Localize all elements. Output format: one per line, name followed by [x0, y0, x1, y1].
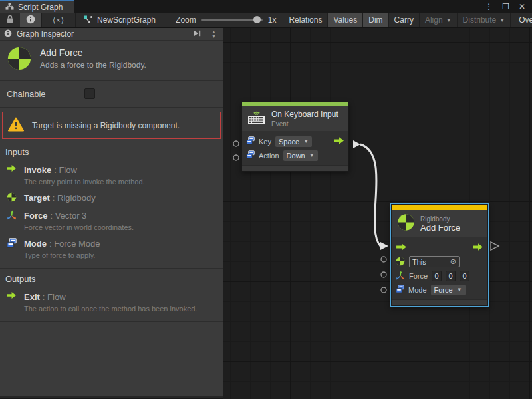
chevron-down-icon: ▼	[309, 152, 315, 158]
warning-text: Target is missing a Rigidbody component.	[32, 121, 180, 130]
carry-button[interactable]: Carry	[389, 13, 420, 27]
graph-name-chip[interactable]: NewScriptGraph	[76, 13, 164, 27]
variables-icon: ⟨×⟩	[53, 16, 65, 25]
enum-icon	[396, 285, 404, 295]
relations-button[interactable]: Relations	[283, 13, 328, 27]
dock-panel-icon[interactable]	[193, 29, 201, 39]
script-graph-asset-icon	[84, 15, 93, 25]
flow-input-port[interactable]	[396, 243, 407, 253]
mode-row: Mode Force ▼	[396, 283, 483, 297]
close-icon[interactable]: ✕	[519, 2, 525, 11]
object-picker-icon[interactable]: ⊙	[450, 257, 456, 266]
window-controls: ⋮ ❐ ✕	[485, 0, 532, 13]
inputs-heading: Inputs	[5, 147, 217, 157]
node-title: On Keyboard Input	[271, 110, 338, 119]
chainable-checkbox[interactable]	[84, 88, 95, 99]
lock-button[interactable]	[0, 13, 20, 27]
chainable-row: Chainable	[0, 81, 223, 108]
scroll-down-icon[interactable]: ▼	[209, 34, 219, 39]
node-subtitle: Event	[271, 120, 338, 128]
mode-label: Mode	[408, 286, 427, 294]
maximize-icon[interactable]: ❐	[502, 2, 509, 11]
panel-scroll-arrows: ▲ ▼	[209, 29, 219, 39]
dim-button[interactable]: Dim	[363, 13, 388, 27]
wire-end-cap	[380, 242, 388, 250]
force-z-field[interactable]: 0	[460, 271, 469, 281]
flow-output-port[interactable]	[333, 136, 344, 146]
force-row: Force 0 0 0	[396, 269, 483, 283]
tab-title: Script Graph	[18, 3, 63, 12]
warning-box: Target is missing a Rigidbody component.	[2, 112, 221, 139]
graph-toolbar: ⟨×⟩ NewScriptGraph Zoom 1x Relations Val…	[0, 13, 532, 28]
node-subtitle: Rigidbody	[420, 215, 460, 223]
overview-button[interactable]: Overview	[513, 13, 532, 27]
rigidbody-icon	[7, 46, 32, 74]
zoom-slider[interactable]	[201, 19, 263, 21]
tab-script-graph[interactable]: Script Graph	[0, 0, 74, 13]
zoom-value: 1x	[268, 15, 277, 25]
mode-input-port[interactable]	[381, 287, 386, 293]
info-icon	[26, 15, 35, 26]
unconnected-output-cap	[491, 242, 499, 250]
vector3-icon	[5, 209, 17, 231]
key-row: Key Space ▼	[246, 134, 344, 148]
chevron-down-icon: ▼	[457, 287, 462, 293]
wire-start-cap	[353, 140, 360, 148]
inputs-section: Inputs Invoke: Flow The entry point to i…	[0, 142, 223, 269]
flow-arrow-icon	[5, 291, 17, 313]
graph-canvas[interactable]: On Keyboard Input Event Key Space ▼	[223, 28, 532, 399]
action-row: Action Down ▼	[246, 148, 344, 162]
rigidbody-icon	[397, 213, 415, 234]
node-footer	[392, 299, 487, 305]
scroll-up-icon[interactable]: ▲	[209, 29, 219, 34]
node-add-force[interactable]: Rigidbody Add Force	[390, 203, 489, 307]
variables-button[interactable]: ⟨×⟩	[42, 13, 76, 27]
action-dropdown[interactable]: Down ▼	[283, 150, 318, 161]
script-graph-window: Script Graph ⋮ ❐ ✕ ⟨×⟩	[0, 0, 532, 399]
flow-connection-wire[interactable]	[360, 144, 380, 246]
key-dropdown[interactable]: Space ▼	[275, 136, 312, 147]
chevron-down-icon: ▼	[499, 17, 505, 23]
menu-icon[interactable]: ⋮	[485, 2, 493, 11]
zoom-control: Zoom 1x	[164, 13, 283, 27]
action-label: Action	[259, 152, 279, 160]
unit-title: Add Force	[40, 47, 146, 58]
key-input-port[interactable]	[233, 141, 239, 146]
zoom-label: Zoom	[176, 15, 196, 25]
force-y-field[interactable]: 0	[446, 271, 456, 281]
node-title: Add Force	[420, 223, 460, 233]
lock-icon	[6, 15, 14, 25]
force-label: Force	[409, 272, 428, 280]
action-input-port[interactable]	[233, 155, 239, 160]
flow-output-port[interactable]	[472, 243, 483, 253]
chainable-label: Chainable	[7, 89, 46, 99]
node-footer	[242, 165, 348, 171]
rigidbody-icon	[396, 257, 405, 267]
flow-arrow-icon	[5, 164, 17, 186]
mode-dropdown[interactable]: Force ▼	[431, 285, 466, 295]
values-button[interactable]: Values	[328, 13, 363, 27]
distribute-button[interactable]: Distribute ▼	[458, 13, 511, 27]
align-button[interactable]: Align ▼	[420, 13, 458, 27]
inspector-toggle-button[interactable]	[20, 13, 41, 27]
warning-icon	[8, 117, 24, 134]
inspector-header: Graph Inspector ▲ ▼	[0, 28, 223, 41]
input-row-invoke: Invoke: Flow The entry point to invoke t…	[5, 164, 217, 186]
node-on-keyboard-input[interactable]: On Keyboard Input Event Key Space ▼	[241, 102, 349, 172]
output-row-exit: Exit: Flow The action to call once the m…	[5, 291, 217, 313]
force-x-field[interactable]: 0	[432, 271, 442, 281]
vector3-icon	[396, 271, 405, 281]
keyboard-icon	[247, 109, 266, 128]
inspector-title: Graph Inspector	[17, 29, 74, 39]
graph-inspector-panel: Graph Inspector ▲ ▼ Add Force Adds a for…	[0, 28, 223, 398]
target-object-field[interactable]: This ⊙	[409, 256, 460, 267]
input-row-force: Force: Vector 3 Force vector in world co…	[5, 209, 217, 231]
outputs-heading: Outputs	[5, 274, 217, 284]
input-row-mode: Mode: Force Mode Type of force to apply.	[5, 237, 217, 259]
force-input-port[interactable]	[381, 272, 386, 277]
warning-color-bar	[392, 205, 487, 210]
toolbar-left-group	[0, 13, 42, 27]
target-input-port[interactable]	[381, 257, 386, 262]
chevron-down-icon: ▼	[446, 17, 452, 23]
zoom-slider-handle[interactable]	[253, 16, 261, 23]
